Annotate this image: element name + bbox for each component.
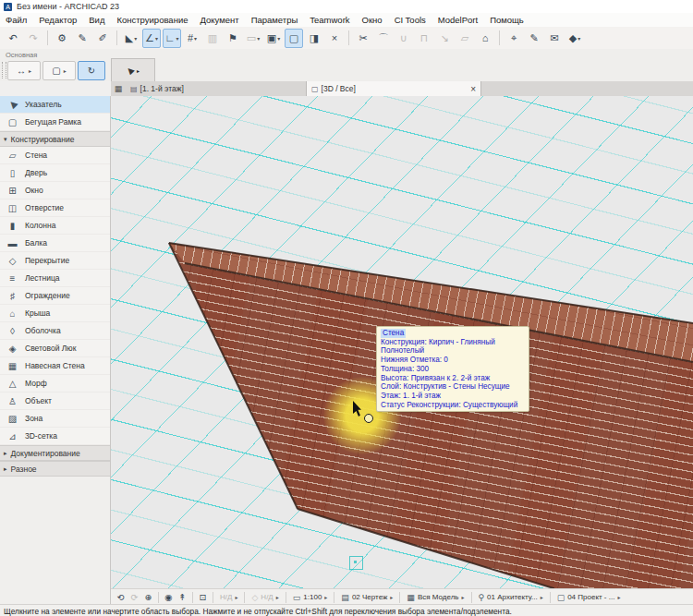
menu-ci-tools[interactable]: CI Tools (395, 15, 426, 25)
modify-button[interactable]: ⌂ (476, 29, 494, 48)
sidebar-item-curtain-wall[interactable]: ▦Навесная Стена (0, 357, 110, 375)
section-document[interactable]: ▸Документирование (0, 445, 110, 461)
intersect-button[interactable]: ⊓ (415, 29, 433, 48)
menu-view[interactable]: Вид (89, 15, 104, 25)
look-around-button[interactable]: ⟳ (128, 591, 141, 604)
snap-points-button[interactable]: ∟▾ (163, 29, 181, 48)
publish-button[interactable]: ✉ (545, 29, 564, 48)
chevron-right-icon: ▸ (276, 594, 279, 600)
snap-grid-button[interactable]: #▾ (183, 29, 201, 48)
organizer-icon[interactable]: ▦ (111, 84, 126, 93)
sidebar-item-mesh[interactable]: ⊿3D-сетка (0, 428, 110, 445)
sidebar-item-zone[interactable]: ▨Зона (0, 410, 110, 428)
marquee-mode-button[interactable]: ▭▾ (244, 29, 262, 48)
menu-teamwork[interactable]: Teamwork (310, 15, 349, 25)
viewbar-separator (213, 592, 213, 603)
more-tools-button[interactable]: ◆▾ (565, 29, 584, 48)
sidebar-item-object[interactable]: ♙Объект (0, 393, 110, 410)
orbit-mode-button[interactable]: ↻ (78, 61, 105, 80)
view-bottom-bar: ⟲ ⟳ ⊕ ◉ ↟ ⊡ Н/Д▸ ◇Н/Д▸ ▭1:100▸ ▤02 Черте… (111, 588, 693, 605)
scale-dropdown[interactable]: ▭1:100▸ (289, 591, 332, 604)
diamond-icon: ◇ (251, 593, 258, 602)
triangle-right-icon: ▸ (4, 450, 7, 457)
morph-icon: △ (6, 379, 19, 389)
sidebar-item-roof[interactable]: ⌂Крыша (0, 305, 110, 322)
element-info-tooltip: Стена Конструкция: Кирпич - Глиняный Пол… (376, 326, 529, 412)
menu-design[interactable]: Конструирование (116, 15, 188, 25)
editing-plane-button[interactable]: ▢ (285, 29, 303, 48)
chevron-right-icon: ▸ (617, 594, 620, 600)
sidebar-item-opening[interactable]: ◫Отверстие (0, 199, 110, 217)
sidebar-item-label: Стена (25, 151, 47, 160)
trace-reference-button[interactable]: ◨ (305, 29, 323, 48)
toolbar-drag-handle[interactable] (2, 62, 6, 79)
tab-3d-all[interactable]: ▢ [3D / Все] × (306, 81, 481, 96)
shell-icon: ◊ (6, 326, 19, 336)
sidebar-item-pointer[interactable]: ▶Указатель (0, 96, 110, 114)
menu-modelport[interactable]: ModelPort (438, 15, 478, 25)
sidebar-item-shell[interactable]: ◊Оболочка (0, 322, 110, 340)
redo-button[interactable]: ↷ (24, 29, 43, 48)
dropdown-na-1[interactable]: Н/Д▸ (216, 591, 241, 604)
arrow-line-tool-button[interactable]: ↔▸ (7, 61, 41, 80)
pencil-icon: ✎ (529, 32, 538, 44)
lock-button[interactable]: ▣▾ (264, 29, 283, 48)
find-select-button[interactable]: ⌖ (505, 29, 523, 48)
project-value: 04 Проект - ... (567, 593, 614, 601)
sidebar-item-window[interactable]: ⊞Окно (0, 182, 110, 199)
sidebar-item-stair[interactable]: ≡Лестница (0, 270, 110, 287)
close-tab-icon[interactable]: × (470, 84, 476, 94)
menu-help[interactable]: Помощь (490, 15, 524, 25)
dropdown-na-2[interactable]: ◇Н/Д▸ (248, 591, 282, 604)
snap-guides-button[interactable]: ∠▾ (142, 29, 161, 48)
sidebar-item-door[interactable]: ▯Дверь (0, 164, 110, 182)
menu-edit[interactable]: Редактор (39, 15, 77, 25)
section-more[interactable]: ▸Разное (0, 461, 110, 477)
tab-floor-plan[interactable]: ▤ [1. 1-й этаж] (126, 81, 306, 96)
walk-button[interactable]: ↟ (176, 591, 189, 604)
markup-button[interactable]: ✎ (525, 29, 543, 48)
fit-in-window-button[interactable]: ⊡ (196, 591, 210, 604)
skylight-icon: ◈ (6, 344, 19, 354)
sidebar-item-wall[interactable]: ▱Стена (0, 147, 110, 164)
default-settings-button[interactable]: ⚙ (53, 29, 71, 48)
orbit-button[interactable]: ⟲ (114, 591, 128, 604)
sidebar-item-slab[interactable]: ◇Перекрытие (0, 252, 110, 270)
gravity-button[interactable]: ⚑ (224, 29, 242, 48)
menu-document[interactable]: Документ (200, 15, 238, 25)
sidebar-item-skylight[interactable]: ◈Световой Люк (0, 340, 110, 357)
adjust-button[interactable]: ⌒ (374, 29, 393, 48)
sidebar-item-beam[interactable]: ▬Балка (0, 235, 110, 252)
sidebar-item-marquee[interactable]: ▢Бегущая Рамка (0, 114, 110, 131)
undo-button[interactable]: ↶ (4, 29, 22, 48)
marquee-frame-button[interactable]: ▢▸ (43, 61, 76, 80)
section-label: Разное (11, 465, 37, 474)
menu-bar: Файл Редактор Вид Конструирование Докуме… (0, 13, 693, 27)
fillet-button[interactable]: ↘ (435, 29, 454, 48)
inject-parameters-button[interactable]: ✐ (93, 29, 112, 48)
menu-window[interactable]: Окно (362, 15, 383, 25)
guide-lines-button[interactable]: ◣▾ (122, 29, 140, 48)
zoom-button[interactable]: ⊕ (141, 591, 155, 604)
section-design[interactable]: ▾Конструирование (0, 131, 110, 147)
sidebar-item-column[interactable]: ▮Колонна (0, 217, 110, 235)
inject-pen-icon: ✐ (98, 32, 106, 44)
stretch-button[interactable]: ▱ (456, 29, 474, 48)
model-filter-dropdown[interactable]: ▦Вся Модель▸ (403, 591, 468, 604)
pickup-parameters-button[interactable]: ✎ (73, 29, 91, 48)
trim-button[interactable]: ∪ (395, 29, 413, 48)
suspend-groups-button[interactable]: ▥ (203, 29, 222, 48)
pen-set-dropdown[interactable]: ▤02 Чертеж▸ (337, 591, 396, 604)
explore-button[interactable]: ◉ (162, 591, 176, 604)
layer-combination-dropdown[interactable]: ⚲01 Архитекту...▸ (475, 591, 547, 604)
pointer-tool-button[interactable]: ▶ ▸ (127, 66, 140, 76)
sidebar-item-morph[interactable]: △Морф (0, 375, 110, 393)
cutting-planes-button[interactable]: × (325, 29, 344, 48)
menu-file[interactable]: Файл (6, 15, 27, 25)
sidebar-item-railing[interactable]: ♯Ограждение (0, 287, 110, 305)
split-button[interactable]: ✂ (354, 29, 372, 48)
viewport-3d[interactable]: Стена Конструкция: Кирпич - Глиняный Пол… (111, 96, 693, 588)
menu-options[interactable]: Параметры (251, 15, 298, 25)
project-dropdown[interactable]: ▢04 Проект - ...▸ (553, 591, 625, 604)
sidebar-item-label: Перекрытие (25, 256, 69, 265)
